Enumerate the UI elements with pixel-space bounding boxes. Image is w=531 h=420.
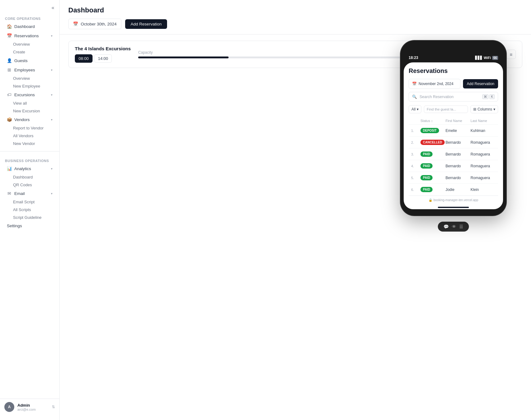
sidebar-sub-analytics-dashboard[interactable]: Dashboard <box>2 173 57 181</box>
row-num: 4. <box>411 164 420 168</box>
sidebar-sub-email-guideline[interactable]: Script Guideline <box>2 214 57 221</box>
last-name: Romaguera <box>470 140 496 145</box>
page-title: Dashboard <box>68 6 522 14</box>
add-reservation-button[interactable]: Add Reservation <box>125 19 167 29</box>
col-header-status: Status ↕ <box>420 119 446 123</box>
sidebar-item-email[interactable]: ✉ Email ▾ <box>2 189 57 198</box>
sidebar-item-label: Excursions <box>14 93 35 97</box>
filter-chevron-icon: ▾ <box>417 107 419 111</box>
sidebar-item-label: Analytics <box>14 166 31 171</box>
sub-item-label: All Vendors <box>13 133 34 138</box>
columns-button[interactable]: ⊞ Columns ▾ <box>470 105 498 113</box>
lock-icon: 🔒 <box>429 198 432 202</box>
sidebar-sub-email-all-scripts[interactable]: All Scripts <box>2 206 57 214</box>
excursion-info: The 4 Islands Excursions 08:00 14:00 <box>75 46 131 63</box>
sidebar-item-vendors[interactable]: 📦 Vendors ▾ <box>2 115 57 124</box>
sidebar-sub-excursions-new[interactable]: New Excursion <box>2 107 57 115</box>
phone-search-bar[interactable]: 🔍 Search Reservation ⌘ K <box>409 92 498 102</box>
battery-icon: 66 <box>492 56 498 60</box>
sidebar-item-label: Email <box>14 191 25 196</box>
columns-label: Columns <box>478 107 492 111</box>
sub-item-label: New Excursion <box>13 109 40 113</box>
phone-home-indicator <box>438 207 469 208</box>
sidebar-sub-employees-overview[interactable]: Overview <box>2 75 57 82</box>
header-toolbar: 📅 October 30th, 2024 Add Reservation <box>68 19 522 29</box>
chevron-down-icon: ▾ <box>51 93 52 97</box>
sub-item-label: Overview <box>13 76 30 81</box>
sidebar-sub-analytics-qr[interactable]: QR Codes <box>2 181 57 189</box>
table-row[interactable]: 5. PAID Bernardo Romaguera <box>409 172 498 184</box>
sidebar-item-label: Guests <box>14 58 28 63</box>
status-badge: PAID <box>420 175 446 180</box>
sub-item-label: All Scripts <box>13 207 31 212</box>
sidebar-sub-vendors-new[interactable]: New Vendor <box>2 140 57 147</box>
last-name: Klein <box>470 187 496 192</box>
list-action-button[interactable]: ≡ <box>506 50 516 59</box>
time-button-1400[interactable]: 14:00 <box>94 54 112 63</box>
phone-notch <box>436 45 470 54</box>
table-row[interactable]: 4. PAID Bernardo Romaguera <box>409 160 498 172</box>
sub-item-label: Create <box>13 50 25 54</box>
sidebar-item-label: Reservations <box>14 34 39 38</box>
phone-filter-row: All ▾ Find the guest la... ⊞ Columns ▾ <box>409 105 498 113</box>
date-picker-button[interactable]: 📅 October 30th, 2024 <box>68 19 121 29</box>
sidebar-sub-reservations-overview[interactable]: Overview <box>2 40 57 48</box>
sidebar-item-label: Employees <box>14 68 35 72</box>
section-label-business: Business operations <box>0 155 59 164</box>
user-chevron-icon[interactable]: ⇅ <box>52 405 55 409</box>
sidebar-user[interactable]: A Admin arci@e.com ⇅ <box>0 399 59 415</box>
avatar: A <box>4 402 14 412</box>
sub-item-label: Report to Vendor <box>13 126 43 130</box>
first-name: Bernardo <box>446 140 471 145</box>
sidebar-sub-vendors-report[interactable]: Report to Vendor <box>2 124 57 132</box>
col-header-num <box>411 119 420 123</box>
sidebar-item-label: Vendors <box>14 117 30 122</box>
chevron-down-icon: ▾ <box>51 118 52 121</box>
filter-all-select[interactable]: All ▾ <box>409 105 421 113</box>
sidebar-sub-email-script[interactable]: Email Script <box>2 198 57 206</box>
row-num: 2. <box>411 141 420 144</box>
sidebar-sub-reservations-create[interactable]: Create <box>2 48 57 56</box>
sidebar-sub-excursions-view-all[interactable]: View all <box>2 99 57 107</box>
sidebar-item-label: Settings <box>7 224 22 228</box>
phone-bottom-toolbar: 💬 👁 ☰ <box>438 222 469 232</box>
sidebar-item-dashboard[interactable]: 🏠 Dashboard <box>2 22 57 31</box>
sub-item-label: Dashboard <box>13 175 33 179</box>
sidebar-sub-employees-new[interactable]: New Employee <box>2 82 57 90</box>
sidebar-item-guests[interactable]: 👤 Guests <box>2 56 57 65</box>
sidebar-item-reservations[interactable]: 📅 Reservations ▾ <box>2 31 57 40</box>
user-email: arci@e.com <box>17 408 49 411</box>
table-row[interactable]: 1. DEPOSIT Emelie Kuhlman <box>409 125 498 137</box>
row-num: 6. <box>411 188 420 192</box>
sub-item-label: Script Guideline <box>13 215 42 220</box>
person-icon: 👤 <box>7 58 12 63</box>
user-name: Admin <box>17 403 49 408</box>
first-name: Bernardo <box>446 176 471 180</box>
phone-status-bar: 18:23 ▋▋▋ WiFi 66 <box>404 56 503 62</box>
table-row[interactable]: 2. CANCELLED Bernardo Romaguera <box>409 137 498 148</box>
sidebar-collapse-button[interactable]: « <box>50 4 56 12</box>
chevron-down-icon: ▾ <box>51 192 52 195</box>
signal-icon: ▋▋▋ <box>475 56 483 60</box>
first-name: Bernardo <box>446 164 471 168</box>
guest-search-input[interactable]: Find the guest la... <box>424 106 468 113</box>
phone-url-bar: 🔒 booking-manager-ten.vercel.app <box>409 196 498 204</box>
kbd-cmd: ⌘ <box>482 94 488 99</box>
phone-date-button[interactable]: 📅 November 2nd, 2024 <box>409 79 461 89</box>
sidebar-item-employees[interactable]: ⊞ Employees ▾ <box>2 65 57 75</box>
sidebar-item-analytics[interactable]: 📊 Analytics ▾ <box>2 164 57 173</box>
sidebar-item-excursions[interactable]: 🏷 Excursions ▾ <box>2 90 57 99</box>
chevron-down-icon: ▾ <box>51 68 52 72</box>
kbd-k: K <box>489 94 495 99</box>
time-button-0800[interactable]: 08:00 <box>75 54 93 63</box>
columns-icon: ⊞ <box>473 107 476 111</box>
phone-url: booking-manager-ten.vercel.app <box>433 198 478 202</box>
section-label-core: Core operations <box>0 13 59 22</box>
sidebar-sub-vendors-all[interactable]: All Vendors <box>2 132 57 140</box>
sidebar-item-settings[interactable]: Settings <box>2 221 57 230</box>
table-row[interactable]: 6. PAID Jodie Klein <box>409 184 498 196</box>
phone-add-reservation-button[interactable]: Add Reservation <box>463 79 498 88</box>
box-icon: 📦 <box>7 117 12 122</box>
phone-date: November 2nd, 2024 <box>419 82 453 86</box>
table-row[interactable]: 3. PAID Bernardo Romaguera <box>409 148 498 160</box>
